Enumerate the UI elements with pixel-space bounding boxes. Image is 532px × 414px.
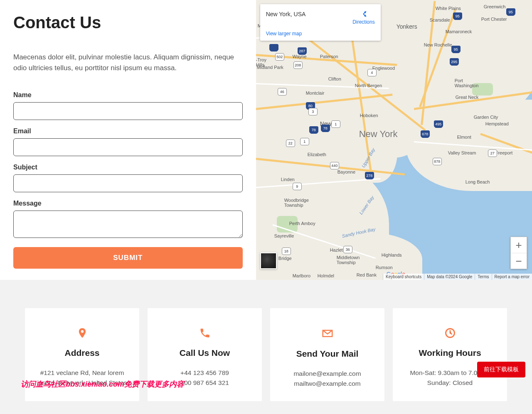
map-label-hempstead: Hempstead: [485, 121, 509, 126]
shield-i495: 495: [434, 120, 443, 128]
map-location-text: New York, USA: [266, 9, 306, 17]
email-input[interactable]: [13, 138, 243, 156]
location-pin-icon: [33, 327, 131, 341]
zoom-controls: + −: [510, 237, 527, 269]
address-card: Address #121 veclane Rd, Near lorem ipsu…: [25, 308, 139, 401]
shield-27: 27: [488, 149, 497, 157]
map-label-rumson: Rumson: [376, 265, 393, 270]
email-label: Email: [13, 127, 243, 135]
directions-icon: [359, 9, 368, 18]
shield-22: 22: [286, 140, 295, 147]
hours-title: Working Hours: [401, 348, 499, 358]
call-card: Call Us Now +44 123 456 789+00 987 654 3…: [148, 308, 262, 401]
hours-line-2: Sunday: Closed: [427, 379, 473, 386]
map-attribution: Keyboard shortcuts Map data ©2024 Google…: [383, 274, 532, 280]
terms-link[interactable]: Terms: [475, 274, 491, 280]
map-container[interactable]: New York Yonkers Newark Elizabeth Hoboke…: [256, 0, 532, 280]
map-label-middletown: Middletown Township: [337, 255, 360, 265]
map-label-scarsdale: Scarsdale: [430, 17, 450, 22]
hours-card: Working Hours Mon-Sat: 9.30am to 7.00pmS…: [393, 308, 507, 401]
map-label-longbeach: Long Beach: [466, 179, 490, 184]
map-label-whiteplains: White Plains: [436, 6, 461, 11]
map-label-montclair: Montclair: [306, 91, 325, 96]
map-label-holmdel: Holmdel: [318, 273, 334, 278]
map-label-newrochelle: New Rochelle: [424, 42, 452, 47]
map-label-newyork: New York: [359, 129, 398, 140]
report-error-link[interactable]: Report a map error: [492, 274, 532, 280]
shield-i287: [269, 44, 278, 51]
shield-46: 46: [278, 88, 287, 96]
map-label-greenwich: Greenwich: [484, 4, 506, 9]
shield-i295: 295: [450, 58, 459, 66]
shield-36: 36: [343, 246, 352, 253]
email-2: mailtwo@example.com: [294, 380, 360, 387]
map-label-portchester: Port Chester: [481, 17, 507, 22]
map-tiles: New York Yonkers Newark Elizabeth Hoboke…: [256, 0, 532, 280]
intro-text: Maecenas dolor elit, pulvinar molestie l…: [13, 52, 243, 73]
shield-i678: 678: [421, 130, 430, 138]
map-data-text: Map data ©2024 Google: [424, 274, 475, 280]
shield-1: 1: [300, 138, 309, 145]
shield-878: 878: [433, 158, 442, 165]
name-input[interactable]: [13, 102, 243, 120]
map-label-woodbridge: Woodbridge Township: [284, 198, 309, 208]
map-label-mamaroneck: Mamaroneck: [446, 29, 472, 34]
message-input[interactable]: [13, 211, 243, 238]
envelope-icon: [278, 327, 376, 341]
email-1: mailone@example.com: [293, 370, 361, 377]
page-title: Contact Us: [13, 13, 243, 32]
phone-2: +00 987 654 321: [180, 379, 229, 386]
keyboard-shortcuts-link[interactable]: Keyboard shortcuts: [383, 274, 424, 280]
mail-card: Send Your Mail mailone@example.commailtw…: [270, 308, 384, 401]
clock-icon: [401, 327, 499, 341]
shield-3: 3: [308, 108, 318, 115]
map-label-redbank: Red Bank: [357, 272, 377, 277]
map-label-greatneck: Great Neck: [456, 95, 479, 100]
shield-i95: 95: [506, 8, 515, 16]
map-label-perthamboy: Perth Amboy: [289, 221, 315, 226]
map-label-hazlet: Hazlet: [330, 247, 343, 252]
shield-i287: 287: [298, 47, 307, 55]
submit-button[interactable]: SUBMIT: [13, 247, 243, 269]
map-label-clifton: Clifton: [328, 76, 341, 81]
map-label-nbergen: North Bergen: [355, 83, 382, 88]
map-label-valleystream: Valley Stream: [448, 150, 476, 155]
mail-title: Send Your Mail: [278, 349, 376, 359]
shield-18: 18: [282, 247, 291, 255]
satellite-toggle[interactable]: [260, 252, 277, 269]
address-title: Address: [33, 348, 131, 358]
zoom-out-button[interactable]: −: [511, 253, 527, 269]
name-label: Name: [13, 91, 243, 99]
map-label-elmont: Elmont: [457, 135, 471, 140]
shield-i95: 95: [451, 46, 461, 53]
map-label-portwash: Port Washington: [455, 78, 479, 88]
map-label-paterson: Paterson: [320, 54, 338, 59]
view-larger-map-link[interactable]: View larger map: [266, 31, 375, 37]
map-label-sayreville: Sayreville: [274, 233, 294, 238]
map-label-linden: Linden: [281, 177, 295, 182]
zoom-in-button[interactable]: +: [511, 237, 527, 253]
map-label-elizabeth: Elizabeth: [308, 152, 326, 157]
shield-1: 1: [331, 120, 340, 128]
download-template-button[interactable]: 前往下载模板: [477, 362, 525, 377]
subject-label: Subject: [13, 164, 243, 171]
shield-i95: 95: [453, 12, 462, 20]
map-label-gardencity: Garden City: [474, 115, 498, 120]
shield-440: 440: [330, 162, 339, 169]
subject-input[interactable]: [13, 174, 243, 192]
shield-i278: 278: [365, 172, 374, 179]
shield-9: 9: [293, 183, 302, 190]
message-label: Message: [13, 200, 243, 207]
map-label-yonkers: Yonkers: [397, 23, 417, 30]
phone-icon: [156, 327, 254, 341]
map-info-card: New York, USA Directions View larger map: [260, 4, 381, 41]
directions-button[interactable]: Directions: [352, 9, 374, 25]
shield-4: 4: [367, 69, 377, 76]
call-title: Call Us Now: [156, 348, 254, 358]
shield-208: 208: [293, 61, 303, 69]
map-label-wanytroy: -Troy Hills: [256, 57, 266, 67]
shield-502: 502: [275, 53, 284, 61]
map-label-freeport: Freeport: [495, 150, 513, 155]
shield-i78: 78: [309, 126, 318, 134]
phone-1: +44 123 456 789: [180, 369, 229, 376]
